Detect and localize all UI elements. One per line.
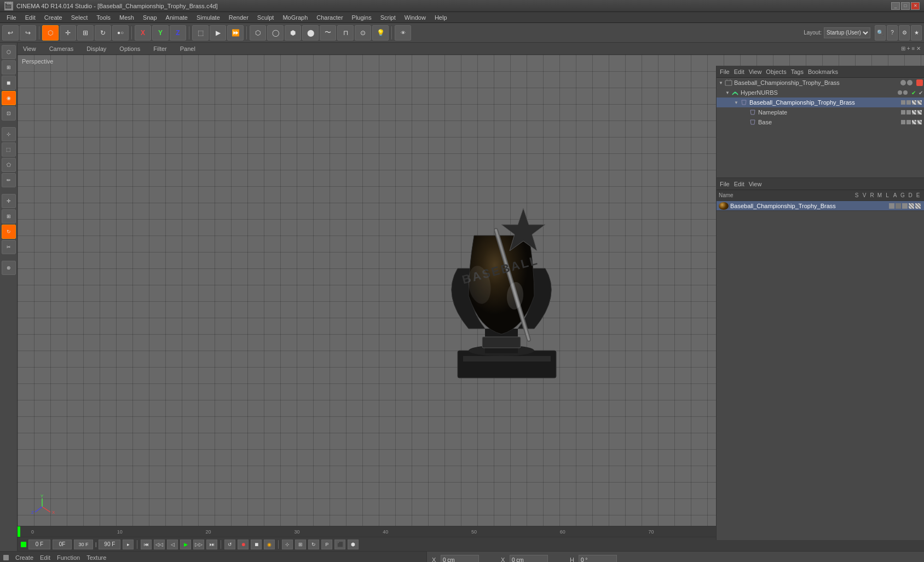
tree-render-hypernurbs[interactable]: ✔ bbox=[919, 90, 923, 96]
rotate-tool-button[interactable]: ↻ bbox=[95, 25, 111, 41]
keyframe-param-button[interactable]: ⬛ bbox=[334, 540, 345, 549]
freehand-select-button[interactable]: ✏ bbox=[2, 173, 16, 187]
object-mode-button[interactable]: ●○ bbox=[112, 25, 129, 41]
texture-mode-button[interactable]: ⊡ bbox=[2, 106, 16, 121]
materials-menu-create[interactable]: Create bbox=[15, 554, 33, 561]
spline-button[interactable]: 〜 bbox=[320, 25, 336, 41]
next-key-button[interactable]: ▷▷ bbox=[193, 540, 204, 549]
tree-item-trophy[interactable]: ▼ Baseball_Championship_Trophy_Brass bbox=[717, 98, 924, 107]
knife-button[interactable]: ✂ bbox=[2, 240, 16, 254]
render-view-button[interactable]: ▶ bbox=[210, 25, 226, 41]
materials-menu-function[interactable]: Function bbox=[57, 554, 80, 561]
scale-tool-button[interactable]: ⊞ bbox=[77, 25, 94, 41]
coord-sx-input[interactable] bbox=[510, 555, 548, 562]
viewport-tab-cameras[interactable]: Cameras bbox=[47, 44, 76, 53]
edges-mode-button[interactable]: ⊞ bbox=[2, 60, 16, 74]
objects-menu-tags[interactable]: Tags bbox=[791, 68, 804, 75]
play-button[interactable]: ▶ bbox=[180, 540, 191, 549]
menu-create[interactable]: Create bbox=[40, 13, 67, 22]
current-frame-input[interactable]: 0 F bbox=[28, 540, 50, 549]
menu-mograph[interactable]: MoGraph bbox=[278, 13, 312, 22]
tree-item-base[interactable]: ▼ Base bbox=[717, 117, 924, 127]
redo-button[interactable]: ↪ bbox=[20, 25, 36, 41]
keyframe-rotate-button[interactable]: ↻ bbox=[308, 540, 319, 549]
menu-edit[interactable]: Edit bbox=[21, 13, 40, 22]
go-start-button[interactable]: ⏮ bbox=[141, 540, 152, 549]
maximize-button[interactable]: □ bbox=[901, 2, 910, 10]
poly-select-button[interactable]: ⬠ bbox=[2, 158, 16, 172]
rect-select-button[interactable]: ⬚ bbox=[2, 142, 16, 157]
attr-row-trophy[interactable]: Baseball_Championship_Trophy_Brass bbox=[717, 201, 924, 211]
menu-tools[interactable]: Tools bbox=[92, 13, 115, 22]
go-end-button[interactable]: ⏭ bbox=[206, 540, 217, 549]
mograph-button[interactable]: ⬤ bbox=[302, 25, 319, 41]
bezier-button[interactable]: ⊓ bbox=[337, 25, 354, 41]
keyframe-pos-button[interactable]: P bbox=[321, 540, 332, 549]
fps-chevron[interactable]: ▸ bbox=[123, 540, 134, 549]
viewport-tab-view[interactable]: View bbox=[21, 44, 38, 53]
close-button[interactable]: ✕ bbox=[911, 2, 920, 10]
menu-select[interactable]: Select bbox=[67, 13, 93, 22]
magnet-button[interactable]: ⊗ bbox=[2, 261, 16, 275]
stop-button[interactable]: ⏹ bbox=[251, 540, 262, 549]
viewport-expand-icon[interactable]: ⊞ + ≡ ✕ bbox=[901, 45, 921, 51]
menu-simulate[interactable]: Simulate bbox=[192, 13, 224, 22]
menu-plugins[interactable]: Plugins bbox=[348, 13, 376, 22]
menu-mesh[interactable]: Mesh bbox=[115, 13, 138, 22]
camera-button[interactable]: ⊙ bbox=[355, 25, 371, 41]
menu-character[interactable]: Character bbox=[312, 13, 347, 22]
objects-menu-file[interactable]: File bbox=[720, 68, 730, 75]
light-button[interactable]: 💡 bbox=[372, 25, 389, 41]
bookmarks-button[interactable]: ★ bbox=[911, 25, 922, 41]
search-button[interactable]: 🔍 bbox=[875, 25, 886, 41]
minimize-button[interactable]: _ bbox=[891, 2, 900, 10]
attr-menu-edit[interactable]: Edit bbox=[734, 181, 744, 187]
tree-item-nameplate[interactable]: ▼ Nameplate bbox=[717, 107, 924, 117]
keyframe-move-button[interactable]: ⊹ bbox=[282, 540, 293, 549]
prev-key-button[interactable]: ◁◁ bbox=[154, 540, 165, 549]
attr-menu-file[interactable]: File bbox=[720, 181, 730, 187]
auto-key-button[interactable]: ◉ bbox=[264, 540, 275, 549]
z-axis-button[interactable]: Z bbox=[170, 25, 186, 41]
tree-vis-hypernurbs[interactable]: ✔ bbox=[911, 90, 916, 96]
menu-snap[interactable]: Snap bbox=[138, 13, 161, 22]
move-left-button[interactable]: ✛ bbox=[2, 194, 16, 208]
objects-menu-objects[interactable]: Objects bbox=[766, 68, 786, 75]
materials-menu-texture[interactable]: Texture bbox=[86, 554, 106, 561]
objects-menu-view[interactable]: View bbox=[749, 68, 762, 75]
object-mode-left-button[interactable]: ◉ bbox=[2, 91, 16, 105]
viewport-tab-filter[interactable]: Filter bbox=[151, 44, 169, 53]
objects-menu-edit[interactable]: Edit bbox=[734, 68, 744, 75]
layout-preset[interactable]: Startup (User) bbox=[824, 27, 870, 38]
prefs-button[interactable]: ⚙ bbox=[899, 25, 910, 41]
play-reverse-button[interactable]: ◁ bbox=[167, 540, 178, 549]
end-frame-input[interactable]: 90 F bbox=[99, 540, 120, 549]
loop-button[interactable]: ↺ bbox=[224, 540, 235, 549]
undo-button[interactable]: ↩ bbox=[2, 25, 19, 41]
select-tool-button[interactable]: ⬡ bbox=[42, 25, 59, 41]
points-mode-button[interactable]: ⬡ bbox=[2, 45, 16, 59]
render-button[interactable]: ⏩ bbox=[227, 25, 244, 41]
viewport-tab-panel[interactable]: Panel bbox=[178, 44, 198, 53]
live-select-button[interactable]: ⊹ bbox=[2, 127, 16, 141]
attr-menu-view[interactable]: View bbox=[749, 181, 762, 187]
menu-render[interactable]: Render bbox=[224, 13, 253, 22]
menu-help[interactable]: Help bbox=[430, 13, 452, 22]
menu-sculpt[interactable]: Sculpt bbox=[253, 13, 279, 22]
record-button[interactable]: ⏺ bbox=[238, 540, 249, 549]
objects-menu-bookmarks[interactable]: Bookmarks bbox=[808, 68, 838, 75]
geometry-button[interactable]: ⬡ bbox=[250, 25, 266, 41]
x-axis-button[interactable]: X bbox=[135, 25, 151, 41]
keyframe-scale-button[interactable]: ⊞ bbox=[295, 540, 306, 549]
tree-item-hypernurbs[interactable]: ▼ HyperNURBS ✔ ✔ bbox=[717, 88, 924, 98]
menu-window[interactable]: Window bbox=[400, 13, 430, 22]
help-quick-button[interactable]: ? bbox=[887, 25, 898, 41]
coord-x-input[interactable] bbox=[441, 555, 479, 562]
poly-mode-button[interactable]: ◼ bbox=[2, 76, 16, 90]
y-axis-button[interactable]: Y bbox=[152, 25, 169, 41]
coord-h-input[interactable] bbox=[579, 555, 617, 562]
view-button[interactable]: 👁 bbox=[395, 25, 411, 41]
frame-step-input[interactable]: 0F bbox=[53, 540, 72, 549]
render-region-button[interactable]: ⬚ bbox=[192, 25, 209, 41]
materials-menu-edit[interactable]: Edit bbox=[40, 554, 50, 561]
